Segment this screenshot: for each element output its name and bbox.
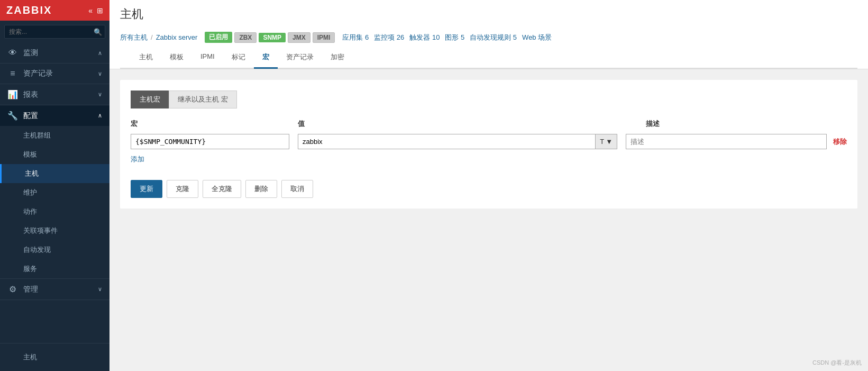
search-input[interactable] <box>4 25 105 39</box>
tab-ipmi[interactable]: IPMI <box>192 47 223 69</box>
desc-input[interactable] <box>626 134 827 149</box>
sidebar-item-hosts[interactable]: 主机 <box>0 164 109 183</box>
bottom-item-label: 主机 <box>23 352 37 362</box>
remove-button[interactable]: 移除 <box>833 137 847 147</box>
badge-ipmi: IPMI <box>313 32 335 43</box>
sub-item-label: 模板 <box>23 150 37 159</box>
sub-item-label: 主机群组 <box>23 131 51 140</box>
tab-encrypt[interactable]: 加密 <box>322 47 353 69</box>
sidebar-item-label: 报表 <box>23 90 38 99</box>
sub-item-label: 维护 <box>23 188 37 197</box>
tab-asset[interactable]: 资产记录 <box>278 47 322 69</box>
sidebar-item-admin[interactable]: ⚙ 管理 ∨ <box>0 279 109 300</box>
tab-host[interactable]: 主机 <box>131 47 161 69</box>
sidebar-item-host-groups[interactable]: 主机群组 <box>0 126 109 145</box>
sidebar-item-actions[interactable]: 动作 <box>0 202 109 221</box>
tab-macro[interactable]: 宏 <box>254 47 278 69</box>
breadcrumb-sep: / <box>151 33 153 41</box>
sub-tabs: 主机宏 继承以及主机 宏 <box>131 91 847 108</box>
sub-item-label: 主机 <box>25 169 39 178</box>
chevron-icon: ∨ <box>98 286 102 293</box>
watermark: CSDN @看-是灰机 <box>812 359 862 367</box>
sidebar-item-label: 资产记录 <box>23 69 53 78</box>
content-card: 主机宏 继承以及主机 宏 宏 值 描述 T ▼ <box>120 80 857 209</box>
clone-button[interactable]: 克隆 <box>167 180 198 198</box>
sidebar-item-reports[interactable]: 📊 报表 ∨ <box>0 84 109 105</box>
chevron-icon: ∧ <box>98 112 102 119</box>
sidebar-item-templates[interactable]: 模板 <box>0 145 109 164</box>
add-link[interactable]: 添加 <box>131 155 144 164</box>
sidebar-bottom-item[interactable]: 主机 <box>0 348 109 367</box>
sidebar-item-services[interactable]: 服务 <box>0 259 109 278</box>
sub-item-label: 关联项事件 <box>23 226 58 236</box>
sub-item-label: 动作 <box>23 207 37 216</box>
sidebar-search: 🔍 <box>0 21 109 43</box>
table-header: 宏 值 描述 <box>131 119 847 131</box>
badge-zbx: ZBX <box>234 32 257 43</box>
config-icon: 🔧 <box>7 111 18 121</box>
status-badges: 已启用 ZBX SNMP JMX IPMI <box>205 32 335 43</box>
sidebar-item-discovery[interactable]: 自动发现 <box>0 240 109 259</box>
full-clone-button[interactable]: 全克隆 <box>203 180 241 198</box>
sidebar-item-correlation[interactable]: 关联项事件 <box>0 221 109 240</box>
value-type-button[interactable]: T ▼ <box>595 134 617 149</box>
assets-icon: ≡ <box>7 69 18 78</box>
sidebar-item-monitor[interactable]: 👁 监测 ∧ <box>0 43 109 63</box>
nav-section-assets: ≡ 资产记录 ∨ <box>0 64 109 84</box>
chevron-icon: ∨ <box>98 91 102 98</box>
sub-tab-host-macro[interactable]: 主机宏 <box>131 91 169 108</box>
page-title: 主机 <box>120 6 857 22</box>
delete-button[interactable]: 删除 <box>245 180 277 198</box>
quick-links: 应用集 6 监控项 26 触发器 10 图形 5 自动发现规则 5 Web 场景 <box>342 33 552 42</box>
tabs: 主机 模板 IPMI 标记 宏 资产记录 加密 <box>120 47 857 69</box>
sidebar-item-assets[interactable]: ≡ 资产记录 ∨ <box>0 64 109 84</box>
sub-tab-inherited-macro[interactable]: 继承以及主机 宏 <box>169 91 237 108</box>
cancel-button[interactable]: 取消 <box>281 180 313 198</box>
badge-enabled: 已启用 <box>205 32 232 43</box>
dropdown-arrow-icon: ▼ <box>606 138 613 146</box>
breadcrumb-host-name[interactable]: Zabbix server <box>156 33 198 41</box>
badge-snmp: SNMP <box>259 33 286 42</box>
header-value: 值 <box>298 119 637 129</box>
search-icon: 🔍 <box>94 28 102 36</box>
quick-link-monitors[interactable]: 监控项 26 <box>374 33 404 42</box>
badge-jmx: JMX <box>288 32 310 43</box>
action-buttons: 更新 克隆 全克隆 删除 取消 <box>131 180 847 198</box>
tab-template[interactable]: 模板 <box>161 47 192 69</box>
sidebar-item-maintenance[interactable]: 维护 <box>0 183 109 202</box>
quick-link-discovery[interactable]: 自动发现规则 5 <box>470 33 517 42</box>
admin-icon: ⚙ <box>7 284 18 294</box>
chevron-icon: ∧ <box>98 50 102 57</box>
sidebar-logo: ZABBIX « ⊞ <box>0 0 109 21</box>
chevron-icon: ∨ <box>98 70 102 77</box>
reports-icon: 📊 <box>7 89 18 99</box>
breadcrumb: 所有主机 / Zabbix server 已启用 ZBX SNMP JMX IP… <box>120 28 857 47</box>
logo-text: ZABBIX <box>6 4 52 16</box>
sidebar: ZABBIX « ⊞ 🔍 👁 监测 ∧ ≡ 资产记录 ∨ <box>0 0 109 371</box>
value-input[interactable] <box>298 134 595 149</box>
sidebar-nav: 👁 监测 ∧ ≡ 资产记录 ∨ 📊 报表 ∨ 🔧 配置 <box>0 43 109 343</box>
update-button[interactable]: 更新 <box>131 180 162 198</box>
breadcrumb-all-hosts[interactable]: 所有主机 <box>120 33 148 42</box>
tab-tags[interactable]: 标记 <box>223 47 254 69</box>
sidebar-icons: « ⊞ <box>88 6 103 15</box>
collapse-icon[interactable]: « <box>88 6 93 15</box>
monitor-icon: 👁 <box>7 48 18 58</box>
macro-input[interactable] <box>131 134 289 149</box>
quick-link-webscenarios[interactable]: Web 场景 <box>522 33 552 42</box>
sub-item-label: 自动发现 <box>23 245 51 255</box>
value-wrap: T ▼ <box>298 134 617 149</box>
sub-item-label: 服务 <box>23 264 37 274</box>
content-area: 主机宏 继承以及主机 宏 宏 值 描述 T ▼ <box>109 69 868 371</box>
sidebar-item-label: 监测 <box>23 48 38 58</box>
page-header: 主机 所有主机 / Zabbix server 已启用 ZBX SNMP JMX… <box>109 0 868 69</box>
nav-section-reports: 📊 报表 ∨ <box>0 84 109 105</box>
header-desc: 描述 <box>646 119 847 129</box>
table-row: T ▼ 移除 <box>131 134 847 149</box>
quick-link-triggers[interactable]: 触发器 10 <box>409 33 440 42</box>
expand-icon[interactable]: ⊞ <box>97 6 103 15</box>
quick-link-apps[interactable]: 应用集 6 <box>342 33 369 42</box>
sidebar-item-config[interactable]: 🔧 配置 ∧ <box>0 105 109 126</box>
value-type-label: T <box>600 138 604 146</box>
quick-link-graphs[interactable]: 图形 5 <box>445 33 464 42</box>
